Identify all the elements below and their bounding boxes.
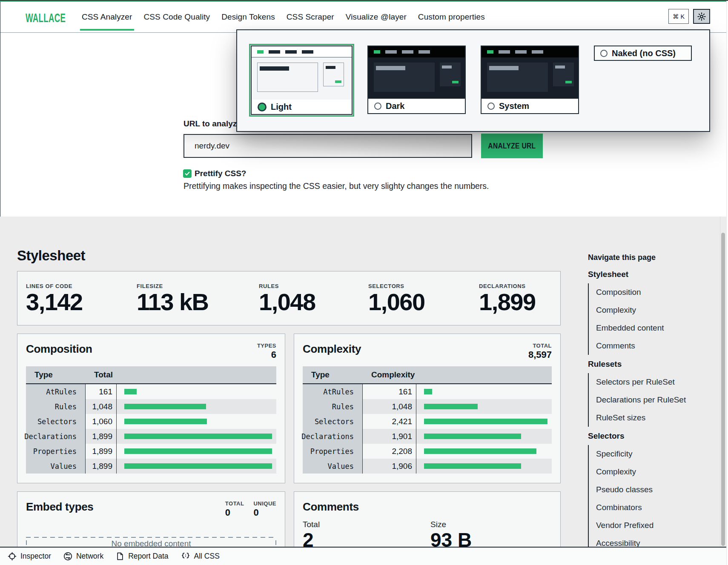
nav-link[interactable]: Visualize @layer: [346, 12, 407, 21]
page-nav-link[interactable]: Selectors per RuleSet: [596, 377, 675, 386]
prettify-help-text: Prettifying makes inspecting the CSS eas…: [183, 181, 489, 191]
value-bar: [124, 419, 207, 424]
row-type: Declarations: [26, 429, 86, 444]
stat-value: 3,142: [26, 290, 137, 314]
row-bar-cell: [416, 459, 552, 474]
page-nav-link[interactable]: Embedded content: [596, 323, 664, 332]
theme-option-dark[interactable]: Dark: [367, 46, 466, 114]
cards-grid: Composition TYPES6 Type Total AtRules161…: [17, 334, 561, 547]
value-bar: [124, 448, 272, 454]
page-nav-sublist: SpecificityComplexityPseudo classesCombi…: [588, 445, 711, 547]
active-tab-underline: [80, 29, 134, 31]
nav-item-custom-properties: Custom properties: [418, 12, 485, 22]
table-body: AtRules161Rules1,048Selectors1,060Declar…: [26, 384, 276, 474]
page-nav-link[interactable]: Stylesheet: [588, 270, 628, 279]
thumb-accent-swatch: [335, 80, 341, 83]
url-input-label: URL to analyze: [183, 119, 241, 128]
row-value: 161: [86, 384, 117, 399]
table-header-row: Type Complexity: [303, 366, 552, 384]
page-nav-link[interactable]: Selectors: [588, 431, 625, 440]
page-nav-link[interactable]: Comments: [596, 341, 635, 350]
page-nav-link[interactable]: Specificity: [596, 449, 633, 458]
nav-link[interactable]: Custom properties: [418, 12, 485, 21]
meta-total: TOTAL0: [225, 500, 244, 518]
footer-item-report-data[interactable]: Report Data: [116, 552, 168, 561]
scrollbar-track: [720, 217, 720, 547]
value-bar: [424, 389, 432, 394]
theme-option-light[interactable]: Light: [251, 46, 353, 115]
braces-icon: [181, 552, 190, 561]
page-nav-link[interactable]: Complexity: [596, 467, 636, 476]
nav-link[interactable]: CSS Scraper: [287, 12, 334, 21]
command-palette-button[interactable]: ⌘ K: [668, 9, 689, 24]
stat-value: 1,048: [259, 290, 368, 314]
table-row: Values1,906: [303, 459, 552, 474]
theme-toggle-button[interactable]: [693, 9, 710, 24]
meta-value: 0: [253, 507, 276, 518]
card-header: Embed types TOTAL0UNIQUE0: [26, 500, 276, 518]
page-nav-heading: Navigate this page: [588, 253, 711, 262]
stat-rules: RULES1,048: [259, 283, 368, 325]
theme-option-footer: Dark: [368, 99, 465, 113]
scrollbar-thumb[interactable]: [721, 233, 725, 546]
prettify-checkbox[interactable]: [183, 169, 192, 178]
page-nav-item: Combinators: [589, 499, 711, 516]
url-input[interactable]: [183, 134, 472, 158]
thumb-logo-swatch: [374, 50, 380, 54]
theme-thumbnail-dark: [482, 46, 578, 99]
page-nav-link[interactable]: Accessibility: [596, 539, 640, 547]
page-nav-link[interactable]: Complexity: [596, 305, 636, 314]
nav-link[interactable]: CSS Analyzer: [82, 12, 132, 21]
analyze-url-button[interactable]: ANALYZE URL: [481, 134, 543, 158]
meta-unique: UNIQUE0: [253, 500, 276, 518]
thumb-mini-header: [368, 46, 465, 57]
card-meta: TYPES6: [257, 342, 276, 360]
row-value: 161: [363, 384, 416, 399]
theme-option-footer: System: [482, 99, 578, 113]
row-type: Properties: [303, 444, 363, 459]
page-nav-link[interactable]: RuleSet sizes: [596, 413, 645, 422]
thumb-nav-swatch: [402, 50, 413, 54]
page-nav-link[interactable]: Combinators: [596, 503, 642, 512]
table-header-row: Type Total: [26, 366, 276, 384]
thumb-accent-swatch: [452, 81, 459, 83]
thumb-nav-swatch: [385, 50, 397, 54]
main-nav-list: CSS AnalyzerCSS Code QualityDesign Token…: [82, 2, 485, 32]
page-nav-link[interactable]: Composition: [596, 288, 641, 297]
footer-item-all-css[interactable]: All CSS: [181, 552, 220, 561]
prettify-label[interactable]: Prettify CSS?: [195, 169, 246, 178]
footer-item-inspector[interactable]: Inspector: [8, 552, 51, 561]
table-row: Rules1,048: [26, 399, 276, 414]
thumb-logo-swatch: [487, 50, 493, 54]
wallace-logo[interactable]: WALLACE: [26, 11, 66, 25]
page-nav-link[interactable]: Pseudo classes: [596, 485, 653, 494]
page-nav-link[interactable]: Rulesets: [588, 360, 622, 368]
page-nav-link[interactable]: Vendor Prefixed: [596, 521, 653, 530]
row-value: 1,899: [86, 459, 117, 474]
theme-option-system[interactable]: System: [481, 46, 579, 114]
analyze-button-label: ANALYZE URL: [488, 141, 536, 151]
footer-item-network[interactable]: Network: [63, 552, 103, 561]
comment-stat-size: Size93 B: [430, 520, 552, 547]
radio-icon: [258, 103, 267, 111]
nav-link[interactable]: CSS Code Quality: [143, 12, 210, 21]
comment-stat-label: Total: [303, 520, 430, 529]
row-value: 1,048: [86, 399, 117, 414]
theme-option-naked-no-css-[interactable]: Naked (no CSS): [594, 46, 692, 61]
nav-item-css-analyzer: CSS Analyzer: [82, 12, 132, 22]
complexity-card: Complexity TOTAL8,597 Type Complexity At…: [294, 334, 561, 483]
value-bar: [124, 434, 272, 439]
comment-stat-total: Total2: [303, 520, 430, 547]
thumb-logo-swatch: [257, 50, 264, 54]
table-row: Selectors1,060: [26, 414, 276, 429]
row-bar-cell: [117, 399, 276, 414]
main-nav: CSS AnalyzerCSS Code QualityDesign Token…: [82, 2, 485, 32]
composition-table: Type Total AtRules161Rules1,048Selectors…: [26, 366, 276, 474]
row-type: Selectors: [26, 414, 86, 429]
thumb-main-box: [374, 63, 435, 92]
nav-link[interactable]: Design Tokens: [221, 12, 275, 21]
meta-label: TYPES: [257, 342, 276, 349]
card-title: Composition: [26, 342, 92, 356]
page-nav-link[interactable]: Declarations per RuleSet: [596, 395, 686, 404]
meta-value: 8,597: [528, 349, 552, 360]
